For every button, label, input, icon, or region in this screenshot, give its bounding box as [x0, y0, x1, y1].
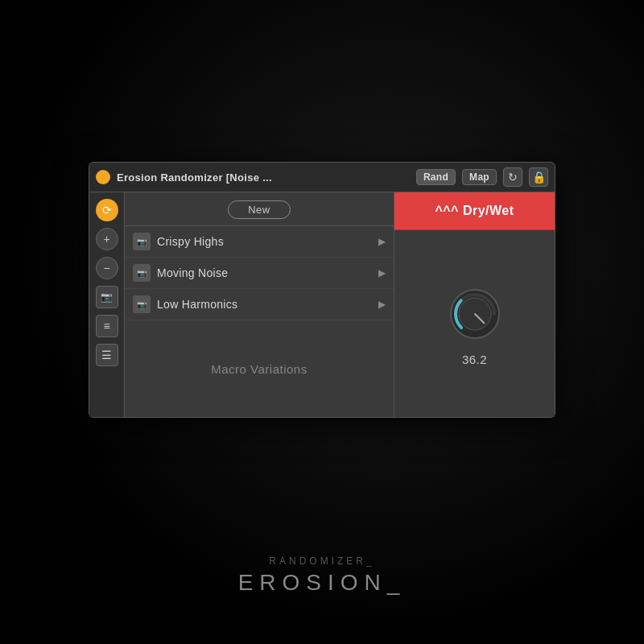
- camera-icon-1: 📷: [137, 269, 147, 278]
- title-bar: Erosion Randomizer [Noise ... Rand Map ↻…: [89, 163, 555, 192]
- right-panel: ^^^ Dry/Wet: [394, 192, 555, 417]
- save-button[interactable]: 🔒: [529, 167, 548, 187]
- plugin-window: Erosion Randomizer [Noise ... Rand Map ↻…: [89, 162, 555, 418]
- title-dot: [96, 170, 110, 184]
- play-icon-0[interactable]: ▶: [378, 236, 386, 247]
- play-icon-2[interactable]: ▶: [378, 299, 386, 310]
- new-btn-row: New: [125, 192, 394, 226]
- list-item[interactable]: 📷 Low Harmonics ▶: [125, 289, 394, 320]
- main-content: ⟳ + − 📷 ≡ ☰ New: [89, 192, 555, 417]
- add-icon: +: [103, 233, 109, 246]
- knob-svg: [443, 282, 507, 346]
- camera-icon-0: 📷: [137, 237, 147, 246]
- preset-name-2: Low Harmonics: [157, 298, 372, 311]
- sidebar-camera-btn[interactable]: 📷: [96, 286, 118, 308]
- footer-main: EROSION_: [0, 570, 644, 596]
- footer: RANDOMIZER_ EROSION_: [0, 555, 644, 596]
- list-item[interactable]: 📷 Crispy Highs ▶: [125, 226, 394, 258]
- preset-icon-2: 📷: [133, 295, 151, 313]
- save-icon: 🔒: [532, 171, 546, 184]
- macro-label: Macro Variations: [211, 362, 307, 376]
- power-icon: ⟳: [102, 204, 112, 217]
- sidebar-power-btn[interactable]: ⟳: [96, 199, 118, 221]
- sidebar-list-btn[interactable]: ☰: [96, 344, 118, 366]
- list-item[interactable]: 📷 Moving Noise ▶: [125, 258, 394, 289]
- dry-wet-label: ^^^ Dry/Wet: [435, 204, 514, 217]
- camera-icon: 📷: [101, 291, 113, 303]
- list-icon: ☰: [101, 349, 112, 361]
- camera-icon-2: 📷: [137, 300, 147, 309]
- sidebar-settings-btn[interactable]: ≡: [96, 315, 118, 337]
- plugin-title: Erosion Randomizer [Noise ...: [117, 171, 410, 184]
- preset-icon-0: 📷: [133, 233, 151, 250]
- sidebar-add-btn[interactable]: +: [96, 228, 118, 250]
- settings-icon: ≡: [103, 320, 109, 332]
- sidebar-remove-btn[interactable]: −: [96, 257, 118, 279]
- new-button[interactable]: New: [228, 200, 291, 219]
- preset-icon-1: 📷: [133, 264, 151, 282]
- dry-wet-header: ^^^ Dry/Wet: [394, 192, 555, 230]
- map-button[interactable]: Map: [462, 169, 497, 185]
- knob-value: 36.2: [462, 353, 487, 366]
- preset-list: 📷 Crispy Highs ▶ 📷 Moving Noise ▶ 📷: [125, 226, 394, 320]
- preset-name-1: Moving Noise: [157, 266, 372, 279]
- remove-icon: −: [103, 262, 109, 275]
- knob-area: 36.2: [394, 230, 555, 417]
- macro-area: Macro Variations: [125, 320, 394, 417]
- rand-button[interactable]: Rand: [416, 169, 456, 185]
- footer-sub: RANDOMIZER_: [0, 555, 644, 567]
- knob[interactable]: [443, 282, 507, 346]
- sidebar: ⟳ + − 📷 ≡ ☰: [89, 192, 125, 417]
- preset-name-0: Crispy Highs: [157, 235, 372, 248]
- play-icon-1[interactable]: ▶: [378, 267, 386, 279]
- refresh-button[interactable]: ↻: [503, 167, 522, 187]
- refresh-icon: ↻: [508, 171, 518, 184]
- preset-area: New 📷 Crispy Highs ▶ 📷 Moving Noise ▶: [125, 192, 394, 417]
